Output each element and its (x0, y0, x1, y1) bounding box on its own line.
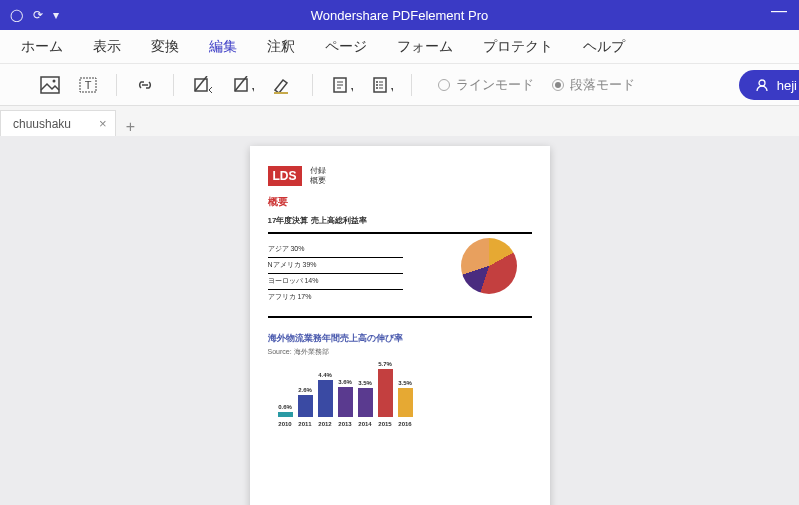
svg-rect-0 (41, 77, 59, 93)
highlight-icon[interactable] (272, 76, 294, 94)
line-mode-radio[interactable]: ラインモード (438, 76, 534, 94)
undo-icon[interactable]: ◯ (10, 8, 23, 22)
chart2-title: 海外物流業務年間売上高の伸び率 (268, 332, 532, 345)
pie-graphic (461, 238, 517, 294)
add-tab-button[interactable]: + (116, 118, 145, 136)
bar-col: 3.5%2016 (398, 380, 413, 427)
menu-item-7[interactable]: プロテクト (468, 34, 568, 60)
badge-sub2: 概要 (310, 176, 326, 186)
svg-text:▾: ▾ (351, 85, 353, 94)
separator (173, 74, 174, 96)
dropdown-icon[interactable]: ▾ (53, 8, 59, 22)
bar-chart: 0.6%20102.6%20114.4%20123.6%20133.5%2014… (268, 365, 532, 427)
divider (268, 316, 532, 318)
separator (411, 74, 412, 96)
pie-label: ヨーロッパ 14% (268, 276, 403, 286)
separator (312, 74, 313, 96)
user-icon (755, 78, 769, 92)
svg-text:T: T (85, 79, 92, 91)
svg-point-23 (759, 80, 765, 86)
minimize-button[interactable]: — (771, 2, 787, 20)
redo-icon[interactable]: ⟳ (33, 8, 43, 22)
svg-point-18 (376, 84, 378, 86)
badge-sub1: 付録 (310, 166, 326, 176)
app-title: Wondershare PDFelement Pro (311, 8, 489, 23)
tab-bar: chuushaku × + (0, 106, 799, 136)
menu-item-8[interactable]: ヘルプ (568, 34, 640, 60)
toolbar: T ▾ ▾ ▾ ラインモード 段落モード heji (0, 64, 799, 106)
list-icon[interactable]: ▾ (371, 76, 393, 94)
bar-col: 5.7%2015 (378, 361, 393, 427)
menu-item-2[interactable]: 変換 (136, 34, 194, 60)
svg-text:▾: ▾ (252, 85, 254, 94)
bar-col: 2.6%2011 (298, 387, 313, 427)
close-icon[interactable]: × (99, 116, 107, 131)
svg-point-16 (376, 81, 378, 83)
bar-col: 4.4%2012 (318, 372, 333, 427)
pie-label: アジア 30% (268, 244, 403, 254)
separator (116, 74, 117, 96)
crop-dropdown-icon[interactable]: ▾ (232, 76, 254, 94)
menu-item-6[interactable]: フォーム (382, 34, 468, 60)
svg-text:▾: ▾ (391, 85, 393, 94)
pie-label: Nアメリカ 39% (268, 260, 403, 270)
svg-point-1 (53, 79, 56, 82)
menu-item-1[interactable]: 表示 (78, 34, 136, 60)
menu-item-0[interactable]: ホーム (6, 34, 78, 60)
svg-point-20 (376, 87, 378, 89)
bar-col: 0.6%2010 (278, 404, 293, 427)
bar-col: 3.6%2013 (338, 379, 353, 427)
chart2-source: Source: 海外業務部 (268, 347, 532, 357)
link-icon[interactable] (135, 76, 155, 94)
workspace: LDS 付録 概要 概要 17年度決算 売上高総利益率 アジア 30%Nアメリカ… (0, 136, 799, 505)
chart1-title: 17年度決算 売上高総利益率 (268, 215, 532, 226)
user-button[interactable]: heji (739, 70, 799, 100)
document-tab[interactable]: chuushaku × (0, 110, 116, 136)
bar-col: 3.5%2014 (358, 380, 373, 427)
menu-item-3[interactable]: 編集 (194, 34, 252, 60)
text-box-icon[interactable]: T (78, 76, 98, 94)
menu-item-5[interactable]: ページ (310, 34, 382, 60)
tab-label: chuushaku (13, 117, 71, 131)
pie-chart: アジア 30%Nアメリカ 39%ヨーロッパ 14%アフリカ 17% (268, 240, 532, 310)
pdf-page[interactable]: LDS 付録 概要 概要 17年度決算 売上高総利益率 アジア 30%Nアメリカ… (250, 146, 550, 505)
menu-item-4[interactable]: 注釈 (252, 34, 310, 60)
crop-icon[interactable] (192, 76, 214, 94)
divider (268, 232, 532, 234)
image-icon[interactable] (40, 76, 60, 94)
paragraph-mode-radio[interactable]: 段落モード (552, 76, 635, 94)
logo-badge: LDS (268, 166, 302, 186)
form-icon[interactable]: ▾ (331, 76, 353, 94)
menu-bar: ホーム表示変換編集注釈ページフォームプロテクトヘルプ (0, 30, 799, 64)
section-title: 概要 (268, 195, 532, 209)
title-bar: ◯ ⟳ ▾ Wondershare PDFelement Pro — (0, 0, 799, 30)
pie-label: アフリカ 17% (268, 292, 403, 302)
